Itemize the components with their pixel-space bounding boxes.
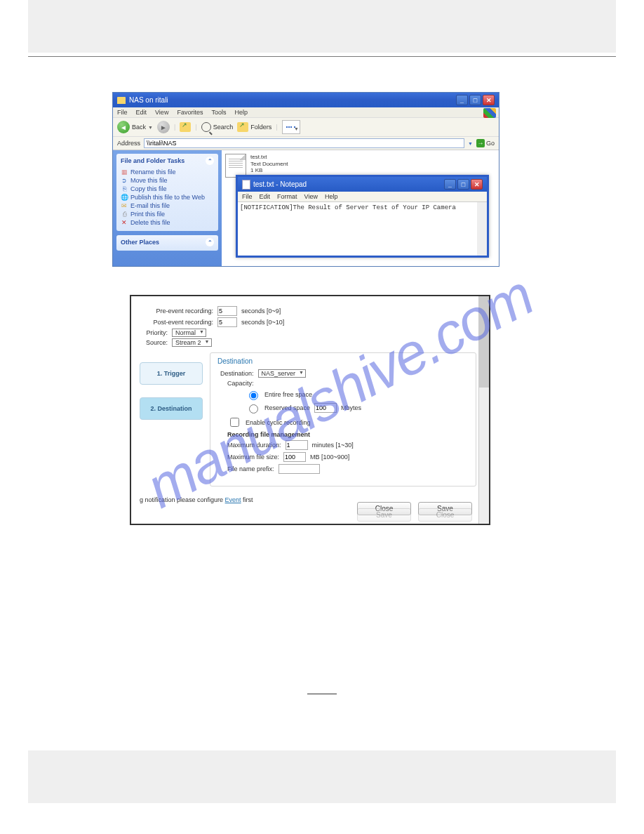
forward-button[interactable]: ► — [157, 121, 170, 133]
search-button[interactable]: Search — [201, 122, 234, 132]
close-button[interactable]: ✕ — [471, 179, 483, 190]
max-dur-unit: minutes [1~30] — [312, 442, 354, 449]
pre-event-label: Pre-event recording: — [140, 307, 213, 315]
max-size-input[interactable] — [283, 452, 306, 462]
task-print[interactable]: ⎙Print this file — [121, 210, 214, 218]
max-size-unit: MB [100~900] — [310, 454, 349, 461]
minimize-button[interactable]: _ — [456, 95, 468, 105]
explorer-main: test.txt Text Document 1 KB test.txt - N… — [222, 150, 499, 266]
panel-title: File and Folder Tasks — [121, 157, 185, 164]
explorer-window: NAS on ritali _ □ ✕ File Edit View Favor… — [112, 92, 499, 267]
scrollbar[interactable] — [478, 296, 489, 524]
task-publish[interactable]: 🌐Publish this file to the Web — [121, 193, 214, 201]
minimize-button[interactable]: _ — [444, 179, 456, 190]
post-event-units: seconds [0~10] — [241, 319, 284, 326]
np-menu-help[interactable]: Help — [325, 193, 338, 200]
cyclic-label: Enable cyclic recording — [246, 419, 311, 426]
pre-event-units: seconds [0~9] — [241, 307, 281, 315]
np-menu-edit[interactable]: Edit — [260, 193, 271, 200]
notepad-icon — [242, 180, 250, 190]
search-icon — [201, 122, 211, 132]
bottom-banner — [28, 750, 616, 803]
prefix-label: File name prefix: — [227, 465, 274, 472]
source-select[interactable]: Stream 2 — [172, 338, 212, 347]
explorer-sidebar: File and Folder Tasks ⌃ ▦Rename this fil… — [113, 150, 222, 266]
notepad-titlebar[interactable]: test.txt - Notepad _ □ ✕ — [238, 177, 487, 192]
up-folder-button[interactable] — [180, 122, 191, 132]
radio-reserved[interactable] — [249, 404, 258, 413]
pre-event-input[interactable] — [217, 306, 237, 316]
address-bar: Address ▼ → Go — [113, 137, 499, 150]
prefix-input[interactable] — [279, 464, 320, 474]
collapse-icon[interactable]: ⌃ — [206, 157, 214, 165]
max-size-label: Maximum file size: — [227, 454, 279, 461]
folders-button[interactable]: Folders — [237, 122, 271, 132]
file-folder-tasks-panel: File and Folder Tasks ⌃ ▦Rename this fil… — [116, 154, 218, 231]
text-file-icon — [225, 154, 246, 178]
task-rename[interactable]: ▦Rename this file — [121, 168, 214, 176]
post-event-input[interactable] — [217, 317, 237, 327]
recording-settings-panel: Pre-event recording: seconds [0~9] Post-… — [130, 295, 490, 525]
notepad-content[interactable]: [NOTIFICATION]The Result of Server Test … — [238, 202, 487, 256]
priority-select[interactable]: Normal — [172, 329, 206, 337]
file-item[interactable]: test.txt Text Document 1 KB — [225, 154, 495, 178]
folder-icon — [117, 97, 126, 104]
close-button[interactable]: ✕ — [483, 95, 495, 105]
np-menu-file[interactable]: File — [242, 193, 253, 200]
notepad-window: test.txt - Notepad _ □ ✕ File Edit Form — [236, 175, 489, 258]
task-delete[interactable]: ✕Delete this file — [121, 218, 214, 227]
event-link[interactable]: Event — [225, 496, 241, 503]
capacity-label: Capacity: — [227, 380, 254, 387]
address-input[interactable] — [144, 138, 464, 148]
max-dur-input[interactable] — [286, 440, 308, 450]
opt-reserved-label: Reserved space — [264, 404, 310, 411]
explorer-titlebar[interactable]: NAS on ritali _ □ ✕ — [113, 93, 499, 107]
short-rule — [307, 694, 337, 694]
explorer-menubar: File Edit View Favorites Tools Help — [113, 107, 499, 117]
step-trigger[interactable]: 1. Trigger — [140, 362, 203, 385]
maximize-button[interactable]: □ — [469, 95, 481, 105]
menu-view[interactable]: View — [155, 109, 168, 116]
menu-file[interactable]: File — [117, 109, 128, 116]
address-label: Address — [117, 140, 140, 147]
go-button[interactable]: → Go — [476, 139, 495, 147]
explorer-title: NAS on ritali — [129, 96, 168, 104]
file-type: Text Document — [250, 161, 288, 168]
task-move[interactable]: ➲Move this file — [121, 176, 214, 185]
explorer-toolbar: ◄ Back ▼ ► | | Search Folders | ▼ — [113, 117, 499, 137]
np-menu-format[interactable]: Format — [277, 193, 297, 200]
np-menu-view[interactable]: View — [304, 193, 318, 200]
destination-label: Destination: — [220, 370, 254, 377]
file-name: test.txt — [250, 154, 288, 161]
max-dur-label: Maximum duration: — [227, 442, 281, 449]
menu-help[interactable]: Help — [234, 109, 248, 116]
step-destination[interactable]: 2. Destination — [140, 397, 203, 420]
menu-tools[interactable]: Tools — [211, 109, 226, 116]
views-button[interactable]: ▼ — [282, 120, 300, 134]
menu-favorites[interactable]: Favorites — [177, 109, 203, 116]
source-label: Source: — [140, 339, 168, 346]
destination-select[interactable]: NAS_server — [258, 369, 307, 378]
windows-flag-icon — [483, 108, 496, 118]
maximize-button[interactable]: □ — [457, 179, 469, 190]
back-button[interactable]: ◄ Back ▼ — [117, 121, 153, 133]
task-email[interactable]: ✉E-mail this file — [121, 201, 214, 210]
priority-label: Priority: — [140, 329, 168, 336]
task-copy[interactable]: ⎘Copy this file — [121, 185, 214, 193]
top-banner — [28, 0, 616, 53]
opt-entire-label: Entire free space — [264, 391, 312, 398]
reserved-unit: Mbytes — [341, 404, 361, 411]
file-size: 1 KB — [250, 167, 288, 174]
other-places-panel: Other Places ⌃ — [116, 235, 218, 251]
ghost-save: Save — [357, 508, 411, 522]
reserved-input[interactable] — [314, 403, 337, 413]
collapse-icon[interactable]: ⌃ — [206, 238, 214, 246]
cyclic-checkbox[interactable] — [230, 418, 239, 427]
ghost-close: Close — [418, 508, 472, 522]
notepad-menubar: File Edit Format View Help — [238, 192, 487, 202]
destination-box: Destination Destination: NAS_server Capa… — [210, 352, 476, 486]
radio-entire[interactable] — [249, 391, 258, 400]
notepad-title: test.txt - Notepad — [253, 180, 307, 188]
back-label: Back — [132, 124, 146, 131]
menu-edit[interactable]: Edit — [136, 109, 147, 116]
